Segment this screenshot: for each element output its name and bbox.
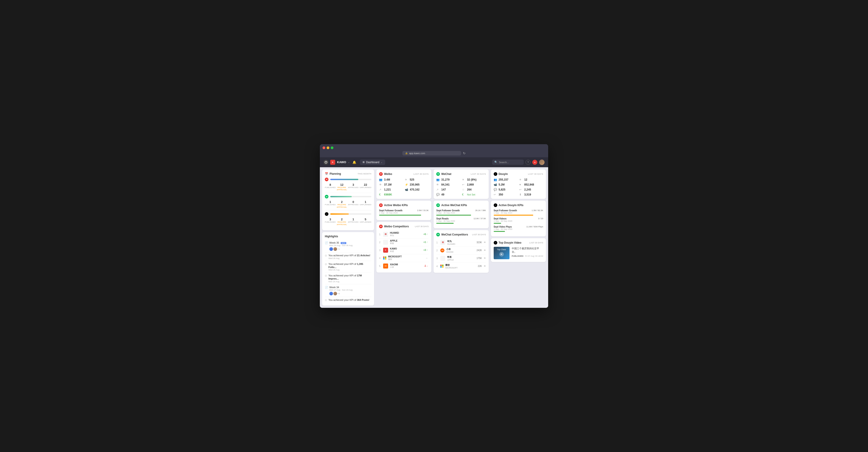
weibo-unplanned: 22 UNPLANNED [360, 183, 371, 191]
wechat-metrics-grid: 👥 31,279 ✈ 32 (8%) 👁 84,341 [436, 178, 486, 196]
wechat-comp-icon: W [436, 233, 440, 236]
douyin-kpi-progress2 [494, 223, 501, 224]
comp-huawei-weibo: 1 H HUAWEI 华为 +5 ↑ [379, 230, 429, 238]
minimize-button[interactable] [327, 147, 329, 149]
user-avatar[interactable] [539, 160, 545, 165]
dashboard-tab[interactable]: ⊞ Dashboard ⌄ [360, 160, 385, 165]
app-content: K KAWO ⌄ 🔔 ⊞ Dashboard ⌄ 🔍 Search... ? + [320, 157, 548, 308]
douyin-card-title: ♪ Douyin [494, 172, 508, 176]
svg-point-0 [325, 161, 327, 163]
weibo-kpi-progress [379, 215, 421, 216]
xiaomi-logo: mi [383, 263, 388, 268]
weibo-kpi-card: W Active Weibo KPIs Sept Follower Growth… [376, 201, 431, 220]
douyin-shares: ↩ 2,245 [519, 188, 543, 191]
wechat-followers: 👥 31,279 [436, 178, 460, 181]
week35-date: Mon 24 Aug - Sun 30 Aug [329, 244, 371, 247]
week35-avatars: +1 [329, 247, 371, 251]
eye-icon: 👁 [379, 183, 383, 186]
douyin-stats-row: 3 PUBLISHED 2 REQUIREAPPROVAL 1 APPROVED [325, 218, 371, 228]
trophy-icon2: ◎ [325, 263, 327, 265]
douyin-kpi-videos: Sept Videos 1 Sep - 30 Sep 2020 3 / 20 [494, 218, 543, 224]
apple-logo [383, 240, 388, 245]
weibo-stats-row: 8 PUBLISHED 12 REQUIREAPPROVAL 3 APPROVE… [325, 183, 371, 193]
wechat-messages: ✈ 32 (8%) [462, 178, 486, 181]
weibo-comp-title: W Weibo Competitors [379, 225, 409, 228]
wechat-competitors-card: W WeChat Competitors LAST 30 DAYS 1 H [434, 230, 489, 273]
reload-button[interactable]: ↻ [463, 152, 466, 155]
douyin-kpi-header: ♪ Active Douyin KPIs [494, 203, 543, 207]
douyin-card-header: ♪ Douyin LAST 30 DAYS [494, 172, 543, 176]
help-button[interactable]: ? [526, 160, 530, 165]
search-placeholder: Search... [499, 161, 509, 164]
douyin-downloads: ⬇ 3,519 [519, 193, 543, 196]
close-button[interactable] [322, 147, 325, 149]
wechat-cost: € Not Set [462, 193, 486, 196]
comp-ms-wechat: 4 微软 MICROSOFT 22K [436, 262, 486, 270]
wechat-send-icon: ✈ [462, 178, 466, 181]
weibo-platform-row: W [325, 177, 371, 181]
douyin-kpi-progress3 [494, 231, 505, 232]
document-icon2: 📄 [325, 286, 328, 289]
douyin-kpi-follower: Sept Follower Growth 1 Sep - 30 Sep 2020… [494, 209, 543, 216]
weibo-kpi-header: W Active Weibo KPIs [379, 203, 429, 207]
xiaomi-wechat-logo: mi [440, 248, 444, 253]
weibo-metrics-grid: 👥 3.4M ✈ 525 👁 37.1M [379, 178, 429, 196]
wechat-published: 1 PUBLISHED [325, 200, 336, 208]
weibo-views: 👁 37.1M [379, 183, 403, 186]
douyin-comments: 💬 5,825 [494, 188, 518, 191]
avatar2 [333, 247, 337, 251]
video-content: Top Class ▶ 中国三个最厉害的社交平台。 [494, 247, 543, 259]
douyin-messages: ✈ 12 [519, 178, 543, 181]
wechat-kpi-follower: Sept Follower Growth 1 Sep - 30 Sep 2020… [436, 209, 486, 216]
planning-period: THIS MONTH [358, 173, 371, 175]
dashboard-chevron[interactable]: ⌄ [381, 161, 382, 163]
lightning-icon: ⚡ [405, 183, 408, 186]
weibo-icon: W [379, 172, 383, 176]
avatar1 [329, 247, 333, 251]
ms-wechat-logo [440, 265, 443, 268]
wechat-stats-row: 1 PUBLISHED 2 REQUIREAPPROVAL 0 APPROVED [325, 200, 371, 211]
wechat-unplanned: 1 UNPLANNED [360, 200, 371, 208]
video-card-header: ♪ Top Douyin Video LAST 30 DAYS [494, 241, 543, 245]
add-button[interactable]: + [532, 160, 537, 165]
wechat-kpi-card: W Active WeChat KPIs Sept Follower Growt… [434, 201, 489, 228]
weibo-kpi-icon: W [379, 203, 383, 207]
search-bar[interactable]: 🔍 Search... [492, 160, 524, 165]
wechat-kpi-header: W Active WeChat KPIs [436, 203, 486, 207]
douyin-video-plays: 📹 5.2M [494, 183, 518, 186]
douyin-video-icon: 📹 [494, 183, 497, 186]
send-icon: ✈ [405, 178, 408, 181]
kawo-icon[interactable]: K [330, 160, 335, 165]
star-icon: ☆ [462, 188, 466, 191]
trophy-icon: ◎ [325, 254, 327, 257]
wechat-kpi-icon: W [436, 203, 440, 207]
video-description: 中国三个最厉害的社交平台。 [512, 247, 543, 254]
left-panel: 📅 Planning THIS MONTH W [322, 169, 374, 306]
douyin-icon: ♪ [494, 172, 497, 176]
traffic-lights [322, 147, 546, 149]
nav-bell-icon[interactable]: 🔔 [352, 160, 356, 164]
weibo-progress-bar [330, 179, 371, 180]
weibo-followers: 👥 3.4M [379, 178, 403, 181]
weibo-card-header: W Weibo LAST 30 DAYS [379, 172, 429, 176]
highlights-title: Highlights [325, 235, 371, 238]
weibo-badge: W [325, 177, 329, 181]
douyin-followers-icon: 👥 [494, 178, 497, 181]
douyin-require-approval: 2 REQUIREAPPROVAL [337, 218, 347, 226]
douyin-reposts: ↩ 350 [494, 193, 518, 196]
maximize-button[interactable] [331, 147, 333, 149]
search-icon: 🔍 [494, 161, 498, 164]
planning-header: 📅 Planning THIS MONTH [325, 172, 371, 175]
wechat-comp-header: W WeChat Competitors LAST 30 DAYS [436, 233, 486, 236]
wechat-views: 👁 84,341 [436, 183, 460, 186]
weibo-approved: 3 APPROVED [348, 183, 359, 191]
nav-logo-icon[interactable] [323, 160, 329, 165]
wechat-kpi-progress1 [436, 215, 471, 216]
wechat-badge: W [325, 195, 329, 198]
nav-chevron-icon[interactable]: ⌄ [348, 161, 350, 163]
highlight-week35: 📄 Week 35 NEW Mon 24 Aug - Sun 30 Aug +1 [325, 240, 371, 253]
url-text: app.kawo.com [409, 152, 425, 155]
comp-microsoft-weibo: 4 MICROSOFT 微软 → [379, 254, 429, 262]
comp-xiaomi-wechat: 2 mi 小米 XIAOMI 242K 👁 [436, 247, 486, 255]
address-bar[interactable]: 🔒 app.kawo.com [402, 151, 461, 156]
